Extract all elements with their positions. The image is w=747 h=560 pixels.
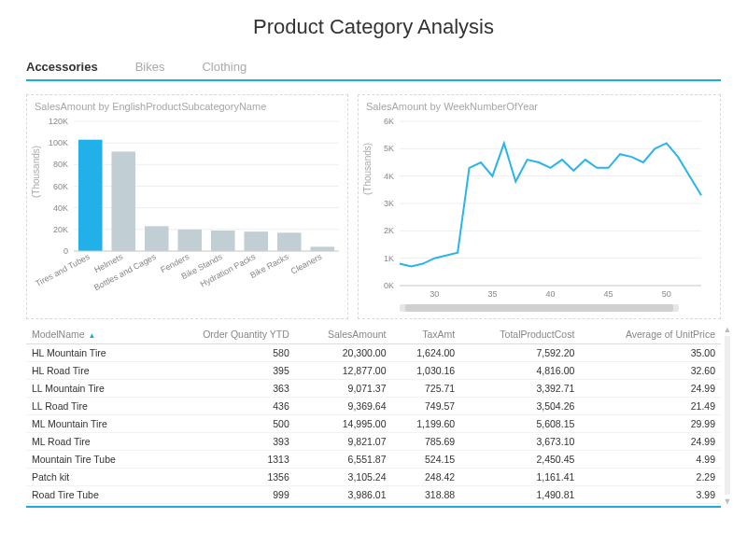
svg-text:35: 35 [487,289,497,299]
line-chart[interactable]: 0K1K2K3K4K5K6K3035404550 [366,116,707,302]
bar-chart-ylabel: (Thousands) [31,145,41,197]
table-row[interactable]: HL Mountain Tire58020,300.001,624.007,59… [26,344,721,362]
svg-text:40: 40 [545,289,555,299]
svg-text:50: 50 [662,289,671,299]
svg-text:3K: 3K [384,199,394,208]
tab-clothing[interactable]: Clothing [202,60,247,74]
scroll-up-icon[interactable]: ▲ [723,325,732,334]
bar-chart-card: SalesAmount by EnglishProductSubcategory… [26,94,348,319]
bar-6[interactable] [277,232,302,251]
bar-1[interactable] [111,151,135,251]
svg-text:45: 45 [604,289,613,299]
bar-4[interactable] [211,231,235,251]
line-chart-title: SalesAmount by WeekNumberOfYear [366,101,712,112]
table-row[interactable]: ML Mountain Tire50014,995.001,199.605,60… [26,415,721,433]
line-chart-ylabel: (Thousands) [362,143,373,195]
bar-3[interactable] [177,230,202,251]
table-row[interactable]: ML Road Tire3939,821.07785.693,673.1024.… [26,433,721,451]
svg-text:Tires and Tubes: Tires and Tubes [35,252,92,288]
data-table[interactable]: ModelName▲Order Quantity YTDSalesAmountT… [26,325,721,504]
table-scrollbar[interactable]: ▲ ▼ [723,325,732,506]
data-table-container: ModelName▲Order Quantity YTDSalesAmountT… [26,325,721,508]
svg-text:0K: 0K [384,281,394,290]
col-0[interactable]: ModelName▲ [26,325,159,344]
svg-text:Bike Racks: Bike Racks [248,252,290,280]
table-row[interactable]: Mountain Tire Tube13136,551.87524.152,45… [26,451,721,469]
svg-text:80K: 80K [53,160,68,169]
svg-text:20K: 20K [53,225,68,234]
bar-chart[interactable]: 020K40K60K80K100K120KTires and TubesHelm… [35,116,343,316]
col-1[interactable]: Order Quantity YTD [159,325,295,344]
table-row[interactable]: HL Road Tire39512,877.001,030.164,816.00… [26,362,721,380]
svg-text:30: 30 [430,289,439,299]
page-title: Product Category Analysis [26,15,721,39]
svg-text:60K: 60K [53,182,68,191]
table-row[interactable]: LL Road Tire4369,369.64749.573,504.2621.… [26,398,721,415]
bar-5[interactable] [244,231,268,251]
tab-bikes[interactable]: Bikes [135,60,165,74]
svg-text:Cleaners: Cleaners [289,252,324,276]
tab-accessories[interactable]: Accessories [26,60,98,74]
svg-text:100K: 100K [49,138,68,147]
svg-text:1K: 1K [384,254,394,263]
category-tabs: Accessories Bikes Clothing [26,60,721,81]
table-row[interactable]: LL Mountain Tire3639,071.37725.713,392.7… [26,380,721,398]
col-2[interactable]: SalesAmount [295,325,392,344]
col-4[interactable]: TotalProductCost [460,325,580,344]
bar-7[interactable] [310,246,334,251]
svg-text:5K: 5K [384,144,394,153]
line-series[interactable] [400,143,701,266]
svg-text:6K: 6K [384,117,394,126]
sort-asc-icon: ▲ [89,331,96,340]
scroll-down-icon[interactable]: ▼ [723,497,732,506]
table-row[interactable]: Road Tire Tube9993,986.01318.881,490.813… [26,486,721,504]
svg-text:40K: 40K [53,203,68,213]
col-3[interactable]: TaxAmt [391,325,460,344]
line-chart-card: SalesAmount by WeekNumberOfYear (Thousan… [358,94,721,319]
svg-text:4K: 4K [384,172,394,181]
svg-text:0: 0 [63,246,68,256]
col-5[interactable]: Average of UnitPrice [580,325,721,344]
bar-0[interactable] [78,140,103,251]
table-row[interactable]: Patch kit13563,105.24248.421,161.412.29 [26,469,721,486]
line-chart-scrollbar[interactable] [400,304,679,312]
svg-text:Bottles and Cages: Bottles and Cages [92,252,158,293]
svg-text:Hydration Packs: Hydration Packs [199,252,258,289]
svg-text:120K: 120K [49,117,68,126]
bar-2[interactable] [145,226,169,251]
svg-text:2K: 2K [384,226,394,235]
bar-chart-title: SalesAmount by EnglishProductSubcategory… [35,101,340,112]
